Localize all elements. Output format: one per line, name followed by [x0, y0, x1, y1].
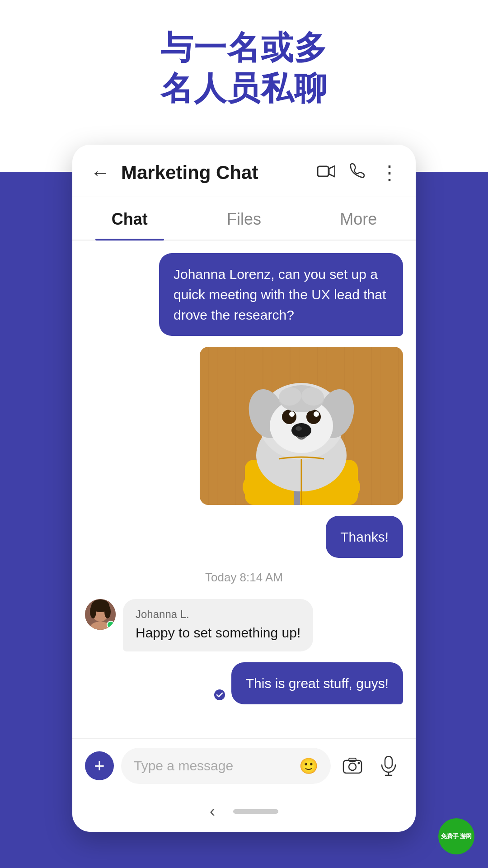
message-text-incoming: Happy to set something up! [136, 623, 300, 642]
online-indicator [107, 621, 115, 629]
message-outgoing-2: Thanks! [72, 510, 416, 563]
message-input-field[interactable]: Type a message 🙂 [121, 748, 331, 784]
chat-header: ← Marketing Chat [72, 145, 416, 197]
phone-call-icon[interactable] [350, 163, 365, 182]
header-actions: ⋮ [317, 161, 398, 184]
svg-point-29 [104, 605, 111, 618]
sender-name: Johanna L. [136, 608, 300, 621]
microphone-button[interactable] [374, 751, 403, 780]
svg-point-15 [282, 410, 296, 424]
video-call-icon[interactable] [317, 163, 335, 182]
chat-area: Johanna Lorenz, can you set up a quick m… [72, 241, 416, 738]
home-indicator [233, 809, 278, 814]
tab-files[interactable]: Files [187, 197, 301, 240]
tab-chat[interactable]: Chat [72, 197, 187, 240]
add-button[interactable]: + [85, 751, 114, 780]
svg-rect-36 [385, 756, 392, 768]
message-outgoing-read: This is great stuff, guys! [72, 657, 416, 710]
chat-title: Marketing Chat [121, 162, 317, 184]
tab-more[interactable]: More [301, 197, 416, 240]
bubble-thanks: Thanks! [326, 516, 403, 558]
bottom-navigation: ‹ [72, 795, 416, 832]
avatar-johanna [85, 599, 116, 630]
emoji-icon[interactable]: 🙂 [299, 757, 318, 775]
svg-point-16 [306, 410, 321, 424]
svg-point-35 [358, 762, 360, 764]
svg-point-28 [90, 605, 96, 618]
bubble-outgoing-1: Johanna Lorenz, can you set up a quick m… [159, 253, 403, 336]
svg-point-20 [296, 426, 302, 431]
message-incoming-1: Johanna L. Happy to set something up! [72, 594, 416, 657]
bubble-incoming-1: Johanna L. Happy to set something up! [123, 599, 313, 651]
hero-title: 与一名或多 名人员私聊 [18, 27, 470, 108]
timestamp-1: Today 8:14 AM [72, 563, 416, 594]
message-outgoing-1: Johanna Lorenz, can you set up a quick m… [72, 241, 416, 341]
svg-point-17 [289, 411, 295, 417]
message-image [72, 341, 416, 510]
svg-point-33 [349, 763, 356, 770]
svg-point-31 [214, 689, 225, 700]
phone-card: ← Marketing Chat [72, 145, 416, 832]
input-bar: + Type a message 🙂 [72, 738, 416, 795]
tabs-bar: Chat Files More [72, 197, 416, 241]
bubble-outgoing-read: This is great stuff, guys! [231, 662, 403, 704]
camera-button[interactable] [338, 751, 367, 780]
read-receipt-icon [213, 689, 226, 704]
watermark-badge: 免费手 游网 [438, 818, 474, 854]
message-placeholder: Type a message [134, 758, 233, 774]
back-button[interactable]: ← [90, 163, 110, 183]
svg-marker-1 [329, 166, 335, 177]
dog-image [200, 347, 403, 505]
svg-rect-0 [318, 166, 328, 176]
svg-point-18 [314, 411, 319, 417]
svg-point-19 [291, 423, 311, 438]
back-nav-icon[interactable]: ‹ [210, 802, 215, 821]
more-options-icon[interactable]: ⋮ [380, 161, 398, 184]
